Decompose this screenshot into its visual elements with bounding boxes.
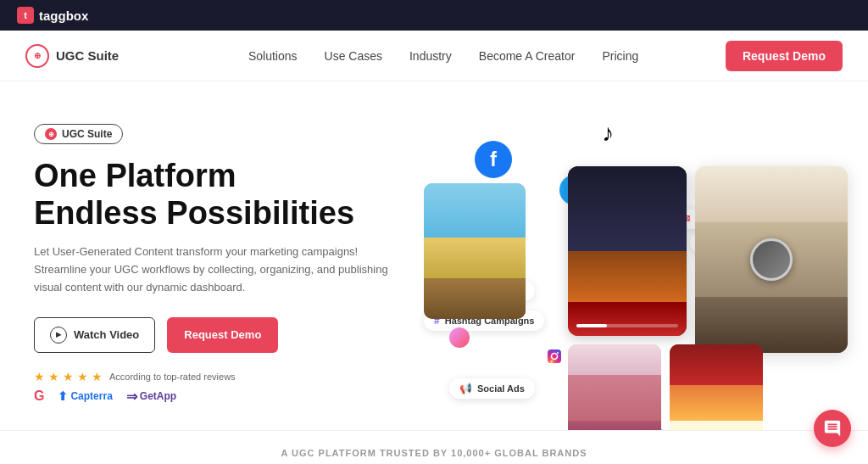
star-2: ★	[48, 370, 59, 383]
nav-brand-icon: ⊕	[25, 44, 49, 68]
hero-title-line1: One Platform	[34, 158, 236, 193]
hero-left: ⊕ UGC Suite One Platform Endless Possibi…	[34, 115, 424, 405]
nav-links: Solutions Use Cases Industry Become A Cr…	[161, 49, 726, 63]
social-ads-pill: 📢 Social Ads	[449, 378, 535, 399]
getapp-icon: ⇒	[126, 389, 137, 405]
capterra-icon: ⬆	[58, 389, 68, 403]
stars-row: ★ ★ ★ ★ ★ According to top-rated reviews	[34, 370, 424, 383]
hero-section: ⊕ UGC Suite One Platform Endless Possibi…	[0, 81, 868, 430]
nav-request-demo-button[interactable]: Request Demo	[726, 41, 843, 71]
topbar-logo-text: taggbox	[39, 8, 88, 23]
video-progress-bar	[576, 324, 678, 327]
instagram-icon-beach	[547, 349, 562, 366]
request-demo-button[interactable]: Request Demo	[167, 317, 278, 353]
user-avatar	[449, 327, 470, 348]
hero-badge-text: UGC Suite	[62, 128, 112, 140]
trusted-section: A UGC PLATFORM TRUSTED BY 10,000+ GLOBAL…	[0, 430, 868, 464]
google-review-logo[interactable]: G	[34, 389, 44, 404]
hero-right: f 𝕏 ♪ 𝒫	[424, 115, 834, 405]
facebook-icon: f	[475, 141, 512, 178]
review-logos: G ⬆ Capterra ⇒ GetApp	[34, 389, 424, 405]
beach-image-card	[424, 183, 526, 319]
video-progress-fill	[576, 324, 607, 327]
watch-image-card	[695, 166, 848, 353]
tiktok-video-card	[568, 166, 687, 336]
g-icon: G	[34, 389, 44, 404]
hero-buttons: ▶ Watch Video Request Demo	[34, 317, 424, 353]
getapp-label: GetApp	[140, 390, 176, 402]
watch-video-button[interactable]: ▶ Watch Video	[34, 317, 155, 353]
watch-video-label: Watch Video	[74, 328, 139, 341]
star-1: ★	[34, 370, 45, 383]
capterra-review-logo[interactable]: ⬆ Capterra	[58, 389, 112, 403]
hero-badge-icon: ⊕	[45, 128, 57, 140]
svg-rect-3	[548, 349, 561, 363]
nav-link-pricing[interactable]: Pricing	[602, 49, 638, 63]
social-label: Social Ads	[477, 383, 525, 394]
star-5: ★	[92, 370, 103, 383]
nav-brand[interactable]: ⊕ UGC Suite	[25, 44, 119, 68]
hero-reviews: ★ ★ ★ ★ ★ According to top-rated reviews…	[34, 370, 424, 405]
star-4: ★	[77, 370, 88, 383]
trusted-title: A UGC PLATFORM TRUSTED BY 10,000+ GLOBAL…	[34, 448, 834, 458]
hero-subtitle: Let User-Generated Content transform you…	[34, 243, 390, 296]
chat-bubble-button[interactable]	[814, 410, 851, 447]
nav-link-solutions[interactable]: Solutions	[248, 49, 298, 63]
nav-brand-label: UGC Suite	[56, 48, 119, 63]
taggbox-logo-icon: t	[17, 7, 34, 24]
topbar: t taggbox	[0, 0, 868, 31]
review-text: According to top-rated reviews	[109, 372, 236, 382]
nav-link-industry[interactable]: Industry	[409, 49, 452, 63]
svg-point-5	[557, 352, 559, 354]
tiktok-icon: ♪	[602, 120, 614, 147]
hero-title: One Platform Endless Possibilities	[34, 158, 424, 232]
hero-badge: ⊕ UGC Suite	[34, 124, 123, 144]
play-icon: ▶	[50, 327, 67, 344]
hero-title-line2: Endless Possibilities	[34, 195, 354, 231]
navbar: ⊕ UGC Suite Solutions Use Cases Industry…	[0, 31, 868, 81]
beer-image-card	[670, 344, 763, 430]
getapp-review-logo[interactable]: ⇒ GetApp	[126, 389, 176, 405]
nav-link-become-creator[interactable]: Become A Creator	[479, 49, 576, 63]
girl-image-card	[568, 344, 661, 430]
star-3: ★	[63, 370, 74, 383]
topbar-logo: t taggbox	[17, 7, 88, 24]
nav-link-use-cases[interactable]: Use Cases	[325, 49, 382, 63]
ads-icon: 📢	[459, 383, 472, 394]
capterra-label: Capterra	[70, 390, 112, 402]
